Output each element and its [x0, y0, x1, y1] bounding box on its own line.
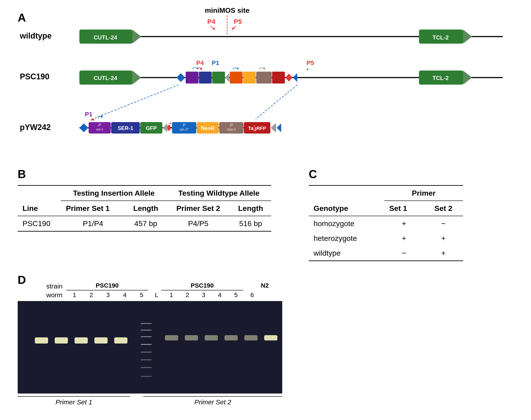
svg-text:rps-27: rps-27 [180, 128, 189, 131]
svg-marker-41 [307, 68, 308, 71]
genotype-header: Genotype [309, 186, 384, 216]
panel-a: wildtype CUTL-24 TCL-2 miniMOS site P4 P… [18, 7, 514, 165]
svg-rect-25 [186, 72, 199, 84]
svg-text:P5: P5 [234, 18, 242, 25]
svg-text:wildtype: wildtype [20, 31, 52, 40]
worm-num: 4 [123, 292, 126, 299]
svg-rect-70 [253, 125, 255, 131]
svg-rect-79 [75, 337, 88, 344]
primer-set1-header: Primer Set 1 [61, 201, 125, 216]
svg-rect-94 [244, 335, 258, 341]
svg-marker-24 [176, 73, 185, 82]
table-row: heterozygote + + [309, 231, 463, 246]
worm-num: 6 [250, 292, 254, 299]
worm-num: 5 [234, 292, 238, 299]
svg-text:PSC190: PSC190 [20, 72, 49, 81]
primer-set2-bracket: Primer Set 2 [143, 396, 282, 406]
worm-num: 4 [218, 292, 222, 299]
table-row: homozygote + − [309, 216, 463, 231]
worm-label: worm [46, 291, 64, 299]
panel-c-label: C [309, 167, 463, 181]
svg-text:P1: P1 [212, 60, 219, 66]
primer-set1-value: P1/P4 [61, 216, 125, 231]
psc190-label-right: PSC190 [161, 282, 243, 290]
svg-rect-82 [141, 323, 152, 324]
panel-c: C Genotype Primer Set 1 Set 2 homozygote… [309, 167, 463, 261]
svg-text:P4: P4 [207, 18, 216, 25]
line-value: PSC190 [18, 216, 61, 231]
gel-svg [18, 301, 282, 393]
svg-rect-86 [141, 352, 152, 353]
svg-marker-48 [79, 123, 88, 132]
svg-rect-92 [205, 335, 218, 341]
genotype-value: wildtype [309, 246, 384, 261]
svg-text:P: P [183, 123, 186, 127]
svg-text:P: P [98, 123, 101, 127]
set1-result: − [384, 246, 424, 261]
svg-rect-87 [141, 360, 152, 360]
svg-rect-91 [185, 335, 198, 341]
svg-text:P1: P1 [85, 111, 92, 118]
svg-rect-57 [168, 125, 170, 131]
table-row: PSC190 P1/P4 457 bp P4/P5 516 bp [18, 216, 271, 231]
testing-insertion-header: Testing Insertion Allele [61, 186, 167, 201]
testing-wildtype-header: Testing Wildtype Allele [167, 186, 271, 201]
svg-marker-6 [463, 30, 472, 44]
panel-b-label: B [18, 167, 271, 181]
panel-b: B Line Testing Insertion Allele Testing … [18, 167, 271, 232]
svg-marker-58 [169, 122, 172, 124]
svg-rect-89 [141, 376, 152, 377]
figure-container: A wildtype CUTL-24 TCL-2 miniMOS site P4 [0, 0, 531, 420]
set1-result: + [384, 231, 424, 246]
worm-num: 5 [140, 292, 143, 299]
svg-text:NeoR: NeoR [201, 125, 215, 131]
svg-text:myo-2: myo-2 [227, 128, 236, 131]
n2-label: N2 [256, 282, 273, 290]
svg-marker-37 [200, 67, 202, 71]
worm-num: 2 [186, 292, 189, 299]
svg-text:P: P [230, 123, 233, 127]
svg-rect-27 [212, 72, 225, 84]
svg-marker-3 [132, 30, 141, 44]
svg-rect-30 [243, 72, 256, 84]
length1-header: Length [125, 201, 167, 216]
svg-marker-33 [285, 74, 292, 82]
psc190-label-left: PSC190 [66, 282, 148, 290]
primer-header: Primer [384, 186, 463, 201]
svg-text:P5: P5 [307, 60, 314, 66]
svg-rect-84 [141, 336, 152, 337]
svg-marker-74 [101, 115, 103, 118]
svg-marker-19 [132, 71, 141, 85]
svg-rect-81 [114, 337, 127, 344]
svg-text:TagRFP: TagRFP [248, 126, 266, 131]
svg-text:CUTL-24: CUTL-24 [94, 34, 117, 41]
svg-line-45 [256, 85, 297, 119]
strain-label: strain [46, 283, 64, 290]
svg-text:P4: P4 [196, 60, 204, 66]
svg-marker-56 [163, 123, 167, 132]
set2-result: + [424, 231, 463, 246]
svg-text:SER-1: SER-1 [118, 125, 133, 131]
worm-num: 1 [170, 292, 173, 299]
worm-num: 2 [90, 292, 93, 299]
ladder-label: L [150, 292, 163, 299]
svg-rect-85 [141, 344, 152, 345]
gel-image: Primer Set 1 Primer Set 2 [18, 301, 282, 406]
length2-header: Length [230, 201, 271, 216]
svg-rect-88 [141, 367, 152, 368]
svg-rect-83 [141, 330, 152, 330]
svg-text:miniMOS site: miniMOS site [205, 7, 250, 14]
set2-result: − [424, 216, 463, 231]
table-row: wildtype − + [309, 246, 463, 261]
length2-value: 516 bp [230, 216, 271, 231]
worm-num: 1 [73, 292, 76, 299]
line-header: Line [18, 186, 61, 216]
svg-rect-29 [230, 72, 243, 84]
svg-rect-26 [199, 72, 212, 84]
svg-rect-93 [224, 335, 238, 341]
svg-rect-76 [18, 301, 282, 393]
svg-rect-32 [272, 72, 285, 84]
svg-rect-78 [55, 337, 68, 344]
set2-result: + [424, 246, 463, 261]
primer-set1-bracket: Primer Set 1 [18, 396, 130, 406]
